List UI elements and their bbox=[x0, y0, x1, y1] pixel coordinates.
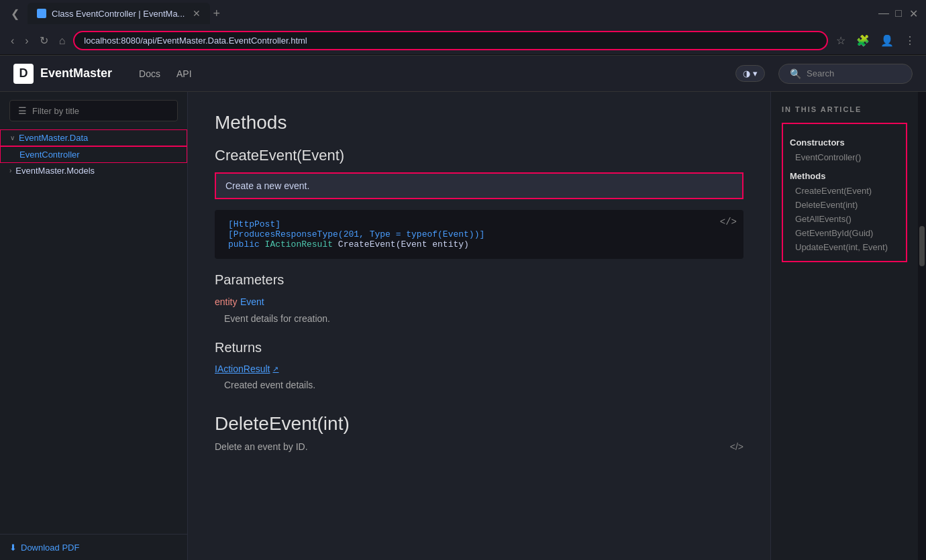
docs-link[interactable]: Docs bbox=[132, 64, 167, 83]
reload-button[interactable]: ↻ bbox=[37, 32, 51, 50]
param-description: Event details for creation. bbox=[215, 308, 743, 327]
back-button[interactable]: ‹ bbox=[8, 32, 17, 50]
sidebar-namespace2-label: EventMaster.Models bbox=[15, 166, 95, 176]
toc-constructors-heading: Constructors bbox=[790, 137, 899, 148]
parameter-row: entity Event bbox=[215, 296, 743, 308]
main-content: ☰ Filter by title ∨ EventMaster.Data Eve… bbox=[0, 92, 926, 560]
logo-text: EventMaster bbox=[40, 66, 112, 80]
toc-border-box: Constructors EventController() Methods C… bbox=[782, 123, 907, 262]
toc-item-getallevents[interactable]: GetAllEvents() bbox=[790, 212, 899, 226]
returns-heading: Returns bbox=[215, 340, 743, 355]
home-button[interactable]: ⌂ bbox=[56, 32, 68, 50]
create-event-heading: CreateEvent(Event) bbox=[215, 147, 743, 164]
parameters-heading: Parameters bbox=[215, 272, 743, 288]
theme-chevron: ▾ bbox=[753, 68, 758, 78]
api-link[interactable]: API bbox=[170, 64, 199, 83]
new-tab-button[interactable]: + bbox=[213, 7, 220, 21]
content-area: Methods CreateEvent(Event) Create a new … bbox=[188, 92, 770, 560]
toc-item-updateevent[interactable]: UpdateEvent(int, Event) bbox=[790, 240, 899, 254]
search-icon: 🔍 bbox=[790, 68, 801, 79]
filter-icon: ☰ bbox=[18, 105, 27, 116]
toc-item-geteventbyid[interactable]: GetEventById(Guid) bbox=[790, 226, 899, 240]
logo-letter: D bbox=[19, 66, 28, 80]
tab-label: Class EventController | EventMa... bbox=[52, 9, 185, 19]
theme-toggle-button[interactable]: ◑ ▾ bbox=[735, 65, 765, 82]
sidebar-item-eventmaster-models[interactable]: › EventMaster.Models bbox=[0, 163, 187, 178]
download-pdf-button[interactable]: ⬇ Download PDF bbox=[0, 534, 187, 560]
toc-panel: IN THIS ARTICLE Constructors EventContro… bbox=[770, 92, 918, 560]
sidebar-item-eventmaster-data[interactable]: ∨ EventMaster.Data bbox=[0, 129, 187, 146]
code-method-name: CreateEvent(Event entity) bbox=[338, 239, 469, 249]
active-tab[interactable]: Class EventController | EventMa... ✕ bbox=[28, 3, 210, 24]
code-type-iaction: IActionResult bbox=[265, 239, 338, 249]
delete-event-heading: DeleteEvent(int) bbox=[215, 413, 743, 435]
sidebar: ☰ Filter by title ∨ EventMaster.Data Eve… bbox=[0, 92, 187, 534]
star-button[interactable]: ☆ bbox=[833, 33, 848, 48]
scroll-thumb[interactable] bbox=[919, 226, 925, 266]
address-bar[interactable]: localhost:8080/api/EventMaster.Data.Even… bbox=[73, 31, 828, 50]
return-type-link[interactable]: IActionResult ↗ bbox=[215, 363, 743, 374]
code-line-1: [HttpPost] bbox=[228, 219, 730, 229]
toc-item-deleteevent[interactable]: DeleteEvent(int) bbox=[790, 198, 899, 212]
download-pdf-label: Download PDF bbox=[21, 543, 79, 553]
logo: D EventMaster bbox=[13, 64, 112, 84]
top-navigation: D EventMaster Docs API ◑ ▾ 🔍 Search bbox=[0, 56, 926, 92]
code-line-3: public IActionResult CreateEvent(Event e… bbox=[228, 239, 730, 249]
create-event-description: Create a new event. bbox=[215, 172, 743, 199]
delete-event-description: Delete an event by ID. bbox=[215, 441, 308, 452]
sidebar-class-label: EventController bbox=[19, 150, 80, 160]
chevron-right-icon: › bbox=[9, 167, 11, 174]
theme-icon: ◑ bbox=[743, 68, 750, 78]
close-button[interactable]: ✕ bbox=[909, 9, 918, 18]
external-link-icon: ↗ bbox=[272, 365, 278, 374]
search-box[interactable]: 🔍 Search bbox=[778, 64, 913, 84]
code-keyword-public: public bbox=[228, 239, 265, 249]
download-icon: ⬇ bbox=[9, 543, 17, 553]
search-placeholder: Search bbox=[807, 68, 834, 78]
toc-item-eventcontroller-constructor[interactable]: EventController() bbox=[790, 150, 899, 164]
logo-icon: D bbox=[13, 64, 34, 84]
tab-favicon bbox=[37, 9, 46, 18]
extensions-button[interactable]: 🧩 bbox=[854, 33, 872, 48]
sidebar-namespace-label: EventMaster.Data bbox=[19, 133, 88, 143]
param-type[interactable]: Event bbox=[240, 296, 264, 307]
filter-input[interactable]: ☰ Filter by title bbox=[9, 100, 178, 121]
code-attr-1: [HttpPost] bbox=[228, 219, 280, 229]
toc-item-createevent[interactable]: CreateEvent(Event) bbox=[790, 184, 899, 198]
copy-code-button[interactable]: </> bbox=[720, 217, 737, 227]
tab-close-button[interactable]: ✕ bbox=[193, 8, 201, 19]
methods-heading: Methods bbox=[215, 112, 743, 133]
menu-button[interactable]: ⋮ bbox=[902, 33, 918, 48]
url-text: localhost:8080/api/EventMaster.Data.Even… bbox=[84, 36, 817, 46]
return-type-text: IActionResult bbox=[215, 363, 270, 374]
minimize-button[interactable]: — bbox=[879, 9, 888, 18]
sidebar-item-eventcontroller[interactable]: EventController bbox=[0, 146, 187, 163]
forward-button[interactable]: › bbox=[22, 32, 31, 50]
chevron-down-icon: ∨ bbox=[10, 134, 15, 142]
toc-methods-heading: Methods bbox=[790, 171, 899, 181]
filter-placeholder: Filter by title bbox=[32, 106, 79, 116]
sidebar-wrapper: ☰ Filter by title ∨ EventMaster.Data Eve… bbox=[0, 92, 188, 560]
tabs-scroller-left[interactable]: ❮ bbox=[8, 7, 22, 20]
profile-button[interactable]: 👤 bbox=[878, 33, 896, 48]
delete-code-icon[interactable]: </> bbox=[730, 441, 743, 452]
code-attr-2: [ProducesResponseType(201, Type = typeof… bbox=[228, 229, 484, 239]
nav-links: Docs API bbox=[132, 64, 198, 83]
maximize-button[interactable]: □ bbox=[894, 9, 903, 18]
toc-title: IN THIS ARTICLE bbox=[782, 105, 907, 113]
return-description: Created event details. bbox=[215, 374, 743, 393]
param-name: entity bbox=[215, 296, 237, 307]
scrollbar[interactable] bbox=[918, 92, 926, 560]
code-line-2: [ProducesResponseType(201, Type = typeof… bbox=[228, 229, 730, 239]
create-event-code-block: [HttpPost] [ProducesResponseType(201, Ty… bbox=[215, 210, 743, 259]
